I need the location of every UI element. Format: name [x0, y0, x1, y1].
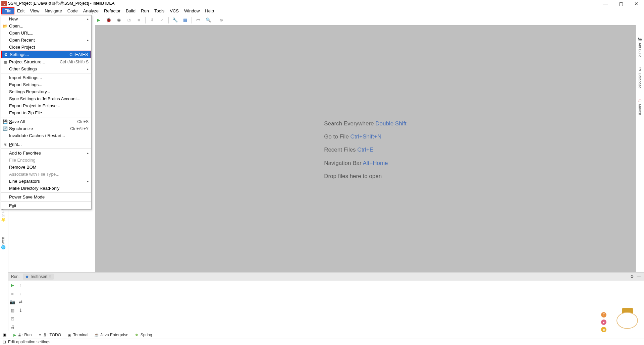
scroll-icon[interactable]: ⤓ — [19, 308, 22, 313]
menu-item-open-url[interactable]: Open URL... — [1, 30, 91, 37]
minimize-panel-icon[interactable]: — — [637, 274, 641, 279]
menu-item-sync-settings[interactable]: Sync Settings to JetBrains Account... — [1, 95, 91, 102]
menu-file[interactable]: File — [1, 7, 14, 14]
update-icon[interactable]: ⬇ — [148, 16, 156, 24]
coverage-icon[interactable]: ◉ — [115, 16, 122, 24]
run-tab-testinsert[interactable]: ◆TestInsert × — [23, 274, 54, 280]
search-icon[interactable]: 🔍 — [205, 16, 212, 24]
class-icon: ◆ — [25, 274, 29, 279]
close-button[interactable]: ✕ — [629, 0, 644, 7]
menu-item-other-settings[interactable]: Other Settings▸ — [1, 65, 91, 72]
mascot-dot: E — [601, 312, 606, 318]
profile-icon[interactable]: ◔ — [125, 16, 132, 24]
avatar-icon[interactable]: ⎋ — [218, 16, 225, 24]
tab-maven[interactable]: mMaven — [637, 97, 643, 116]
menu-help[interactable]: Help — [202, 8, 217, 14]
tab-ant-build[interactable]: 🐜Ant Build — [637, 35, 643, 59]
tab-run[interactable]: ▶4: Run — [12, 333, 32, 337]
menu-run[interactable]: Run — [138, 8, 152, 14]
hint-nav-key: Alt+Home — [363, 160, 388, 166]
menu-tools[interactable]: Tools — [152, 8, 167, 14]
menu-item-make-readonly[interactable]: Make Directory Read-only — [1, 185, 91, 192]
chevron-right-icon: ▸ — [87, 17, 89, 21]
mascot-dot: ♥ — [601, 320, 606, 325]
menu-separator — [1, 140, 91, 140]
menu-item-open[interactable]: 📂Open... — [1, 22, 91, 30]
label: Settings... — [10, 52, 29, 57]
label: Invalidate Caches / Restart... — [9, 133, 65, 138]
menu-separator — [1, 149, 91, 149]
show-tool-windows-icon[interactable]: ▣ — [3, 333, 6, 337]
menu-item-export-eclipse[interactable]: Export Project to Eclipse... — [1, 102, 91, 109]
debug-icon[interactable]: 🐞 — [105, 16, 112, 24]
label: Sync Settings to JetBrains Account... — [9, 96, 80, 101]
wrap-icon[interactable]: ⇄ — [19, 299, 22, 304]
preview-icon[interactable]: ▭ — [195, 16, 202, 24]
menu-item-associate: Associate with File Type... — [1, 171, 91, 178]
layout-icon[interactable]: ▥ — [10, 308, 14, 313]
rerun-icon[interactable]: ▶ — [11, 283, 14, 288]
menu-item-power-save[interactable]: Power Save Mode — [1, 193, 91, 200]
stop-icon[interactable]: ■ — [11, 291, 14, 296]
chevron-right-icon: ▸ — [87, 67, 89, 71]
main-area: Search Everywhere Double Shift Go to Fil… — [8, 25, 636, 275]
menu-item-export-zip[interactable]: Export to Zip File... — [1, 109, 91, 116]
menu-item-synchronize[interactable]: 🔄SynchronizeCtrl+Alt+Y — [1, 125, 91, 132]
gear-icon: ⚙ — [3, 52, 8, 57]
structure-icon: ▦ — [2, 60, 8, 64]
stop-icon[interactable]: ■ — [135, 16, 143, 24]
run-icon[interactable]: ▶ — [95, 16, 102, 24]
tab-web[interactable]: 🌐 Web — [1, 236, 5, 251]
commit-icon[interactable]: ✓ — [158, 16, 166, 24]
menu-item-add-favorites[interactable]: Add to Favorites▸ — [1, 150, 91, 157]
menu-separator — [1, 117, 91, 117]
editor-empty-state[interactable]: Search Everywhere Double Shift Go to Fil… — [95, 25, 636, 275]
wrench-icon[interactable]: 🔧 — [171, 16, 179, 24]
mascot-decoration: E ♥ ★ — [601, 309, 641, 336]
close-tab-icon[interactable]: × — [49, 274, 51, 279]
menu-item-new[interactable]: New▸ — [1, 15, 91, 22]
tab-terminal[interactable]: ▣Terminal — [67, 333, 88, 337]
menu-navigate[interactable]: Navigate — [42, 8, 64, 14]
menu-item-import-settings[interactable]: Import Settings... — [1, 74, 91, 81]
up-icon[interactable]: ↑ — [19, 283, 22, 288]
camera-icon[interactable]: 📷 — [10, 299, 15, 304]
mascot-body — [616, 312, 638, 329]
tab-java-enterprise[interactable]: ☕Java Enterprise — [94, 333, 128, 337]
gear-icon[interactable]: ⚙ — [630, 274, 634, 279]
menu-refactor[interactable]: Refactor — [101, 8, 123, 14]
menu-item-settings-repo[interactable]: Settings Repository... — [1, 88, 91, 95]
maximize-button[interactable]: ▢ — [613, 0, 629, 7]
menu-vcs[interactable]: VCS — [167, 8, 181, 14]
menu-item-settings[interactable]: ⚙Settings...Ctrl+Alt+S — [1, 51, 91, 58]
menu-item-invalidate[interactable]: Invalidate Caches / Restart... — [1, 132, 91, 139]
menu-item-print[interactable]: 🖨Print... — [1, 141, 91, 148]
menu-analyze[interactable]: Analyze — [80, 8, 101, 14]
menu-item-open-recent[interactable]: Open Recent▸ — [1, 37, 91, 44]
folder-icon: 📂 — [2, 24, 8, 28]
menu-item-export-settings[interactable]: Export Settings... — [1, 81, 91, 88]
menu-edit[interactable]: Edit — [14, 8, 27, 14]
tab-todo[interactable]: ≡6: TODO — [38, 333, 61, 337]
menu-item-line-separators[interactable]: Line Separators▸ — [1, 178, 91, 185]
hint-recent: Recent Files — [324, 147, 356, 153]
menu-item-close-project[interactable]: Close Project — [1, 44, 91, 51]
menu-window[interactable]: Window — [181, 8, 202, 14]
menu-item-exit[interactable]: Exit — [1, 202, 91, 209]
menu-item-save-all[interactable]: 💾Save AllCtrl+S — [1, 118, 91, 125]
menubar: File Edit View Navigate Code Analyze Ref… — [0, 7, 644, 15]
menu-code[interactable]: Code — [65, 8, 80, 14]
menu-build[interactable]: Build — [123, 8, 138, 14]
menu-item-project-structure[interactable]: ▦Project Structure...Ctrl+Alt+Shift+S — [1, 58, 91, 65]
toolbar-separator — [168, 17, 169, 23]
tab-spring[interactable]: ❀Spring — [135, 333, 152, 337]
pin-icon[interactable]: ⊡ — [11, 316, 14, 321]
print-icon[interactable]: 🖨 — [10, 325, 15, 330]
menu-item-remove-bom[interactable]: Remove BOM — [1, 164, 91, 171]
tab-database[interactable]: 🗄Database — [637, 65, 643, 90]
menu-view[interactable]: View — [27, 8, 42, 14]
minimize-button[interactable]: — — [598, 0, 613, 7]
down-icon[interactable]: ↓ — [19, 291, 22, 296]
structure-icon[interactable]: ▦ — [181, 16, 189, 24]
chevron-right-icon: ▸ — [87, 151, 89, 155]
